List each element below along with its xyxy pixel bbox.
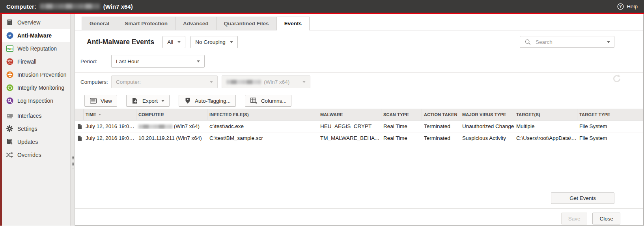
grouping-dropdown[interactable]: No Grouping (190, 36, 238, 48)
column-header-action-taken[interactable]: ACTION TAKEN (422, 109, 460, 120)
computer-value: (Win7 x64) (226, 79, 289, 85)
cell-targets: Multiple (514, 123, 577, 129)
table-row[interactable]: July 12, 2016 19:02:51 (Win7 x64) c:\tes… (75, 121, 643, 132)
sidebar-item-web-reputation[interactable]: WR Web Reputation (2, 42, 70, 55)
severity-filter-value: All (167, 39, 173, 45)
intrusion-prevention-icon (6, 71, 13, 78)
tab-general[interactable]: General (82, 17, 117, 30)
column-header-scan-type[interactable]: SCAN TYPE (381, 109, 422, 120)
column-header-infected-files[interactable]: INFECTED FILE(S) (207, 109, 318, 120)
save-button[interactable]: Save (561, 213, 588, 224)
column-header-target-type[interactable]: TARGET TYPE (577, 109, 643, 120)
column-header-major-virus-type[interactable]: MAJOR VIRUS TYPE (460, 109, 514, 120)
titlebar-computer-label: Computer: (6, 3, 36, 10)
period-dropdown[interactable]: Last Hour (111, 55, 205, 68)
redacted-computer-name (226, 80, 261, 84)
column-header-malware[interactable]: MALWARE (318, 109, 381, 120)
firewall-icon (6, 58, 13, 65)
updates-icon (6, 138, 13, 145)
sidebar-item-label: Anti-Malware (17, 32, 52, 39)
computers-label: Computers: (80, 79, 111, 85)
view-button[interactable]: View (84, 95, 117, 107)
period-value: Last Hour (116, 58, 139, 64)
refresh-icon[interactable] (612, 74, 622, 85)
cell-target-type: File System (577, 123, 643, 129)
sidebar-item-overview[interactable]: Overview (2, 16, 70, 29)
computer-scope-dropdown[interactable]: Computer: (111, 75, 218, 88)
tab-events[interactable]: Events (277, 17, 310, 30)
cell-target-type: File System (577, 135, 643, 141)
sidebar-item-updates[interactable]: Updates (2, 135, 70, 148)
tab-smart-protection[interactable]: Smart Protection (117, 17, 175, 30)
web-reputation-icon: WR (6, 45, 13, 52)
overrides-shuffle-icon (6, 152, 13, 158)
svg-text:WR: WR (7, 47, 13, 51)
sidebar: Overview ☣ Anti-Malware WR Web Reputatio… (2, 14, 70, 226)
severity-filter-dropdown[interactable]: All (162, 36, 185, 48)
anti-malware-icon: ☣ (6, 32, 13, 39)
content-pane: General Smart Protection Advanced Quaran… (75, 14, 644, 226)
column-header-computer[interactable]: COMPUTER (136, 109, 207, 120)
chevron-down-icon (302, 81, 306, 83)
sidebar-item-label: Interfaces (17, 113, 41, 119)
search-box (520, 36, 614, 48)
period-label: Period: (80, 58, 111, 64)
cell-major-virus-type: Unauthorized Change (460, 123, 514, 129)
window-titlebar: Computer: (Win7 x64) ? Help (0, 0, 644, 13)
sidebar-item-intrusion-prevention[interactable]: Intrusion Prevention (2, 68, 70, 81)
help-label: Help (627, 4, 638, 9)
cell-time: July 12, 2016 19:02:41 (84, 135, 136, 141)
titlebar-computer: Computer: (Win7 x64) (6, 3, 133, 10)
section-divider (75, 72, 643, 73)
sidebar-item-label: Intrusion Prevention (17, 72, 67, 78)
column-header-time[interactable]: TIME (84, 109, 136, 120)
close-button[interactable]: Close (592, 213, 620, 224)
events-header: Anti-Malware Events All No Grouping (87, 36, 643, 48)
column-header-icon (75, 109, 84, 120)
computer-value-dropdown[interactable]: (Win7 x64) (222, 75, 310, 88)
tab-quarantined-files[interactable]: Quarantined Files (217, 17, 277, 30)
get-events-button[interactable]: Get Events (551, 192, 614, 204)
column-header-targets[interactable]: TARGET(S) (514, 109, 577, 120)
cell-infected-file: C:\test\BM_sample.scr (207, 135, 318, 141)
sidebar-item-interfaces[interactable]: Interfaces (2, 109, 70, 122)
cell-major-virus-type: Suspicious Activity (460, 135, 514, 141)
columns-button[interactable]: Columns... (245, 95, 292, 107)
sidebar-item-firewall[interactable]: Firewall (2, 55, 70, 68)
sidebar-item-label: Integrity Monitoring (17, 85, 64, 91)
sidebar-item-log-inspection[interactable]: Log Inspection (2, 94, 70, 107)
sidebar-splitter[interactable] (70, 14, 75, 226)
integrity-monitoring-icon (6, 84, 13, 91)
cell-action-taken: Terminated (422, 123, 460, 129)
file-icon (75, 124, 84, 129)
search-options-chevron-icon[interactable] (607, 41, 610, 43)
tab-advanced[interactable]: Advanced (175, 17, 217, 30)
sidebar-divider (2, 108, 70, 108)
sidebar-item-label: Web Reputation (17, 45, 57, 52)
table-row[interactable]: July 12, 2016 19:02:41 10.201.119.211 (W… (75, 132, 643, 144)
overview-icon (6, 19, 13, 26)
table-empty-area (75, 144, 643, 192)
settings-gear-icon (6, 125, 13, 132)
sidebar-item-label: Overrides (17, 152, 41, 158)
sidebar-item-settings[interactable]: Settings (2, 122, 70, 135)
redacted-computer-name (138, 124, 172, 129)
sidebar-item-anti-malware[interactable]: ☣ Anti-Malware (2, 29, 70, 42)
events-table: TIME COMPUTER INFECTED FILE(S) MALWARE S… (75, 109, 643, 144)
export-button[interactable]: Export (126, 95, 170, 107)
sidebar-item-integrity-monitoring[interactable]: Integrity Monitoring (2, 81, 70, 94)
app-window: Computer: (Win7 x64) ? Help Overview ☣ A… (0, 0, 644, 228)
search-input[interactable] (535, 39, 604, 45)
help-link[interactable]: ? Help (617, 3, 638, 10)
get-events-row: Get Events (75, 192, 643, 204)
sidebar-item-label: Overview (17, 19, 40, 26)
sidebar-item-label: Firewall (17, 58, 36, 65)
chevron-down-icon (177, 41, 181, 43)
grouping-value: No Grouping (195, 39, 226, 45)
sidebar-item-overrides[interactable]: Overrides (2, 148, 70, 161)
log-inspection-icon (6, 97, 13, 104)
computer-scope-value: Computer: (116, 79, 141, 85)
redacted-computer-name (40, 4, 100, 9)
auto-tagging-button[interactable]: Auto-Tagging... (179, 95, 236, 107)
file-icon (75, 136, 84, 141)
